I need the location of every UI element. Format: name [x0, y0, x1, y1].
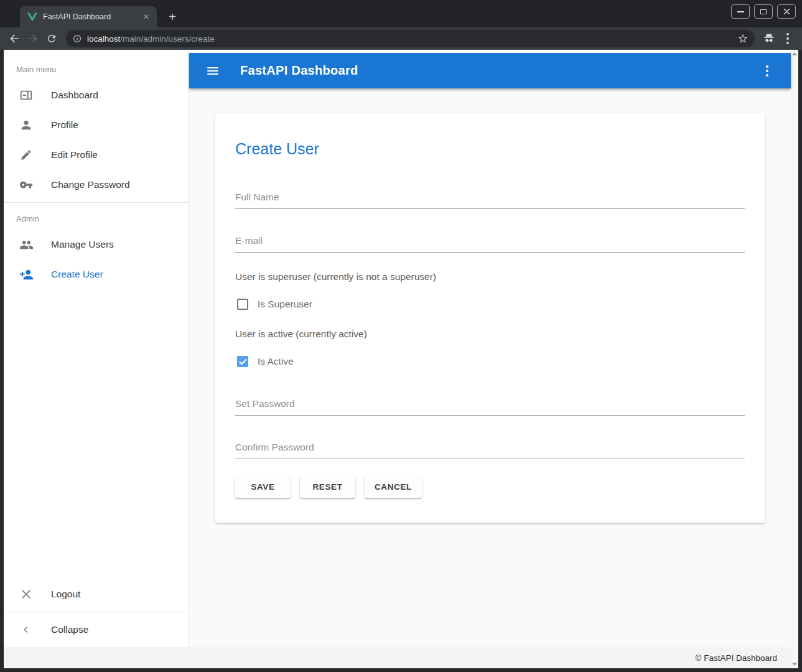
kebab-menu-icon — [786, 33, 789, 44]
is-superuser-checkbox[interactable] — [237, 299, 248, 310]
reload-icon — [46, 33, 57, 44]
sidebar-section-main-menu: Main menu — [4, 56, 189, 80]
appbar-menu-button[interactable] — [752, 56, 782, 86]
scrollbar[interactable] — [791, 50, 798, 668]
confirm-password-input[interactable] — [235, 442, 745, 453]
reset-button[interactable]: RESET — [300, 476, 355, 498]
sidebar-item-logout[interactable]: Logout — [4, 579, 189, 609]
back-arrow-icon — [8, 32, 21, 45]
superuser-checkbox-row: Is Superuser — [235, 299, 745, 310]
checkmark-icon — [239, 358, 247, 365]
dashboard-icon — [19, 88, 34, 103]
sidebar-item-collapse[interactable]: Collapse — [4, 615, 189, 645]
page-main: Main menu Dashboard Profile — [4, 50, 791, 647]
url-text[interactable]: localhost/main/admin/users/create — [87, 34, 735, 44]
page-footer: © FastAPI Dashboard — [4, 647, 791, 668]
set-password-input[interactable] — [235, 398, 745, 409]
incognito-icon — [763, 32, 775, 45]
active-hint-text: User is active (currently active) — [235, 329, 745, 340]
main-area: FastAPI Dashboard Create User — [189, 50, 791, 647]
forward-arrow-icon — [27, 32, 39, 45]
person-icon — [19, 118, 34, 133]
browser-tab[interactable]: FastAPI Dashboard ✕ — [20, 6, 157, 27]
url-host: localhost — [87, 34, 120, 44]
scroll-up-icon[interactable] — [792, 52, 797, 55]
sidebar-item-change-password[interactable]: Change Password — [4, 170, 189, 200]
sidebar-item-label: Dashboard — [51, 90, 98, 101]
appbar-title: FastAPI Dashboard — [240, 63, 358, 78]
full-name-field-wrap — [235, 192, 745, 209]
sidebar-item-label: Manage Users — [51, 239, 114, 250]
key-icon — [19, 177, 34, 192]
people-icon — [19, 237, 34, 252]
url-path: /main/admin/users/create — [120, 34, 215, 44]
window-controls — [731, 4, 796, 19]
hamburger-menu-icon — [207, 65, 218, 77]
star-icon — [737, 33, 748, 44]
back-button[interactable] — [5, 29, 24, 48]
active-checkbox-row: Is Active — [235, 356, 745, 367]
chevron-left-icon — [19, 622, 34, 637]
browser-window: FastAPI Dashboard ✕ + loc — [0, 0, 802, 672]
full-name-input[interactable] — [235, 192, 745, 203]
confirm-password-field-wrap — [235, 442, 745, 459]
sidebar-item-edit-profile[interactable]: Edit Profile — [4, 140, 189, 170]
sidebar-item-label: Logout — [51, 589, 80, 600]
close-button[interactable] — [777, 4, 796, 19]
browser-menu-button[interactable] — [778, 29, 797, 48]
sidebar-item-label: Change Password — [51, 179, 130, 190]
cancel-button[interactable]: CANCEL — [365, 476, 422, 498]
forward-button[interactable] — [24, 29, 42, 48]
incognito-indicator — [760, 29, 778, 48]
footer-copyright: © FastAPI Dashboard — [695, 653, 777, 663]
page-content: Create User User is superuser (currently… — [189, 88, 791, 647]
new-tab-button[interactable]: + — [164, 9, 180, 25]
vue-logo-icon — [27, 12, 37, 22]
browser-toolbar: localhost/main/admin/users/create — [0, 27, 802, 50]
pencil-icon — [19, 147, 34, 162]
minimize-button[interactable] — [731, 4, 750, 19]
sidebar-item-dashboard[interactable]: Dashboard — [4, 80, 189, 110]
bookmark-button[interactable] — [735, 30, 751, 47]
save-button[interactable]: SAVE — [235, 476, 291, 498]
sidebar-item-label: Profile — [51, 119, 78, 131]
app-bar: FastAPI Dashboard — [189, 53, 791, 88]
sidebar-toggle-button[interactable] — [198, 56, 228, 86]
close-icon — [783, 8, 790, 15]
email-input[interactable] — [235, 235, 745, 246]
set-password-field-wrap — [235, 398, 745, 416]
email-field-wrap — [235, 235, 745, 253]
sidebar-item-label: Edit Profile — [51, 149, 98, 161]
webpage: Main menu Dashboard Profile — [4, 50, 791, 668]
is-active-checkbox[interactable] — [237, 356, 248, 367]
logout-x-icon — [19, 587, 34, 602]
kebab-menu-icon — [766, 65, 768, 77]
info-icon[interactable] — [72, 34, 82, 44]
address-bar[interactable]: localhost/main/admin/users/create — [66, 30, 755, 47]
person-add-icon — [19, 267, 34, 282]
sidebar-divider — [4, 202, 189, 203]
scroll-down-icon[interactable] — [792, 663, 797, 666]
page-title: Create User — [235, 140, 745, 158]
sidebar-divider — [4, 612, 189, 612]
browser-tab-strip: FastAPI Dashboard ✕ + — [0, 0, 802, 27]
form-actions: SAVE RESET CANCEL — [235, 476, 745, 498]
maximize-button[interactable] — [754, 4, 773, 19]
tab-title: FastAPI Dashboard — [43, 12, 141, 21]
sidebar-item-label: Collapse — [51, 624, 88, 635]
sidebar-item-create-user[interactable]: Create User — [4, 259, 189, 289]
is-superuser-label: Is Superuser — [258, 299, 312, 310]
reload-button[interactable] — [42, 29, 61, 48]
sidebar-item-manage-users[interactable]: Manage Users — [4, 230, 189, 259]
maximize-icon — [760, 9, 767, 14]
page-viewport: Main menu Dashboard Profile — [0, 50, 802, 672]
is-active-label: Is Active — [258, 356, 294, 367]
sidebar: Main menu Dashboard Profile — [4, 50, 189, 647]
sidebar-section-admin: Admin — [4, 205, 189, 230]
tab-close-icon[interactable]: ✕ — [141, 11, 152, 22]
sidebar-item-profile[interactable]: Profile — [4, 110, 189, 140]
sidebar-item-label: Create User — [51, 269, 103, 280]
create-user-card: Create User User is superuser (currently… — [215, 113, 765, 523]
minimize-icon — [737, 11, 744, 12]
superuser-hint-text: User is superuser (currently is not a su… — [235, 271, 745, 282]
